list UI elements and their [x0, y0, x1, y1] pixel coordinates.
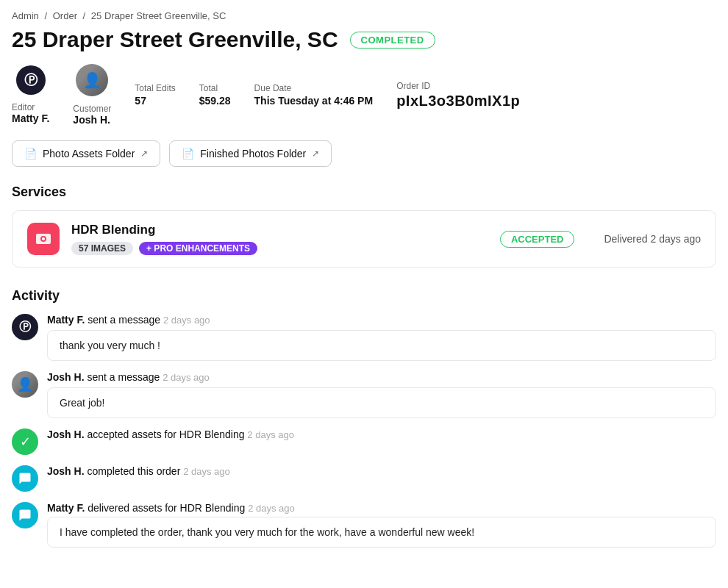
- time-1b: 2 days ago: [163, 315, 210, 326]
- external-link-icon-1: ↗: [140, 148, 148, 159]
- activity-header-2: Josh H. sent a message 2 days ago: [47, 371, 716, 383]
- action-5: delivered assets for HDR Blending: [88, 502, 245, 514]
- actor-2: Josh H.: [47, 371, 85, 383]
- services-section: Services HDR Blending 57 IMAGES + PRO EN…: [12, 184, 716, 268]
- total-label: Total: [199, 83, 231, 93]
- customer-avatar: 👤: [76, 64, 108, 96]
- activity-avatar-josh-accepted: ✓: [12, 429, 38, 455]
- customer-name: Josh H.: [73, 114, 111, 126]
- folder-icon-1: 📄: [24, 148, 37, 159]
- activity-avatar-josh-completed: [12, 465, 38, 492]
- editor-block: Ⓟ Editor Matty F.: [12, 65, 49, 124]
- actor-1: Matty F.: [47, 314, 85, 326]
- activity-item-4: Josh H. completed this order 2 days ago: [12, 465, 716, 492]
- time-3: 2 days ago: [247, 429, 294, 440]
- activity-item-5: Matty F. delivered assets for HDR Blendi…: [12, 502, 716, 548]
- photo-assets-label: Photo Assets Folder: [43, 148, 135, 159]
- activity-content-2: Josh H. sent a message 2 days ago Great …: [47, 371, 716, 418]
- editor-avatar: Ⓟ: [16, 65, 46, 95]
- activity-content-1: Matty F. sent a message 2 days ago thank…: [47, 314, 716, 361]
- due-date-label: Due Date: [254, 83, 374, 93]
- editor-name: Matty F.: [12, 112, 49, 124]
- breadcrumb: Admin / Order / 25 Draper Street Greenvi…: [12, 10, 716, 21]
- finished-photos-label: Finished Photos Folder: [200, 148, 306, 159]
- external-link-icon-2: ↗: [312, 148, 319, 159]
- service-tags: 57 IMAGES + PRO ENHANCEMENTS: [71, 242, 488, 255]
- activity-item-3: ✓ Josh H. accepted assets for HDR Blendi…: [12, 429, 716, 455]
- activity-bubble-1: thank you very much !: [47, 330, 716, 361]
- service-info: HDR Blending 57 IMAGES + PRO ENHANCEMENT…: [71, 223, 488, 255]
- activity-avatar-matty-1: Ⓟ: [12, 314, 38, 340]
- breadcrumb-order[interactable]: Order: [53, 10, 77, 21]
- actor-5: Matty F.: [47, 502, 85, 514]
- action-3: accepted assets for HDR Blending: [87, 429, 244, 440]
- total-value: $59.28: [199, 95, 231, 107]
- service-delivered: Delivered 2 days ago: [604, 233, 701, 245]
- folder-buttons: 📄 Photo Assets Folder ↗ 📄 Finished Photo…: [12, 140, 716, 167]
- activity-header-1: Matty F. sent a message 2 days ago: [47, 314, 716, 326]
- total-edits-label: Total Edits: [135, 83, 175, 93]
- tag-images: 57 IMAGES: [71, 242, 133, 255]
- status-badge: COMPLETED: [350, 32, 435, 49]
- action-2: sent a message: [87, 371, 160, 383]
- order-id-label: Order ID: [396, 81, 520, 91]
- meta-row: Ⓟ Editor Matty F. 👤 Customer Josh H. Tot…: [12, 64, 716, 126]
- activity-bubble-2: Great job!: [47, 387, 716, 418]
- activity-section: Activity Ⓟ Matty F. sent a message 2 day…: [12, 288, 716, 548]
- service-icon: [27, 223, 60, 255]
- activity-event-4: Josh H. completed this order 2 days ago: [47, 465, 716, 477]
- breadcrumb-current: 25 Draper Street Greenville, SC: [91, 10, 226, 21]
- time-2: 2 days ago: [163, 372, 210, 383]
- due-date-block: Due Date This Tuesday at 4:46 PM: [254, 83, 374, 107]
- service-name: HDR Blending: [71, 223, 488, 237]
- time-5: 2 days ago: [248, 503, 295, 514]
- folder-icon-2: 📄: [182, 148, 194, 159]
- order-id-value: pIxL3o3B0mIX1p: [396, 93, 520, 110]
- breadcrumb-admin[interactable]: Admin: [12, 10, 39, 21]
- action-1: sent a message: [88, 314, 160, 326]
- service-status-badge: ACCEPTED: [500, 231, 575, 248]
- activity-bubble-5: I have completed the order, thank you ve…: [47, 517, 716, 548]
- activity-event-3: Josh H. accepted assets for HDR Blending…: [47, 429, 716, 440]
- customer-label: Customer: [73, 104, 111, 114]
- finished-photos-folder-button[interactable]: 📄 Finished Photos Folder ↗: [169, 140, 332, 167]
- services-title: Services: [12, 184, 716, 200]
- activity-event-5: Matty F. delivered assets for HDR Blendi…: [47, 502, 716, 514]
- activity-content-5: Matty F. delivered assets for HDR Blendi…: [47, 502, 716, 548]
- page-title: 25 Draper Street Greenville, SC: [12, 27, 338, 52]
- total-block: Total $59.28: [199, 83, 231, 107]
- service-card: HDR Blending 57 IMAGES + PRO ENHANCEMENT…: [12, 210, 716, 268]
- customer-block: 👤 Customer Josh H.: [73, 64, 111, 126]
- page-title-row: 25 Draper Street Greenville, SC COMPLETE…: [12, 27, 716, 52]
- activity-avatar-josh-1: 👤: [12, 371, 38, 398]
- order-id-block: Order ID pIxL3o3B0mIX1p: [396, 81, 520, 110]
- activity-item-2: 👤 Josh H. sent a message 2 days ago Grea…: [12, 371, 716, 418]
- activity-title: Activity: [12, 288, 716, 304]
- time-4: 2 days ago: [183, 466, 230, 477]
- action-4: completed this order: [87, 465, 180, 477]
- activity-item-1: Ⓟ Matty F. sent a message 2 days ago tha…: [12, 314, 716, 361]
- total-edits-block: Total Edits 57: [135, 83, 175, 107]
- activity-avatar-matty-delivered: [12, 502, 38, 528]
- activity-content-3: Josh H. accepted assets for HDR Blending…: [47, 429, 716, 440]
- svg-point-2: [42, 237, 45, 240]
- photo-assets-folder-button[interactable]: 📄 Photo Assets Folder ↗: [12, 140, 160, 167]
- actor-4: Josh H.: [47, 465, 85, 477]
- actor-3: Josh H.: [47, 429, 85, 440]
- total-edits-value: 57: [135, 95, 175, 107]
- editor-label: Editor: [12, 102, 49, 112]
- activity-content-4: Josh H. completed this order 2 days ago: [47, 465, 716, 477]
- tag-pro: + PRO ENHANCEMENTS: [139, 242, 257, 255]
- due-date-value: This Tuesday at 4:46 PM: [254, 95, 374, 107]
